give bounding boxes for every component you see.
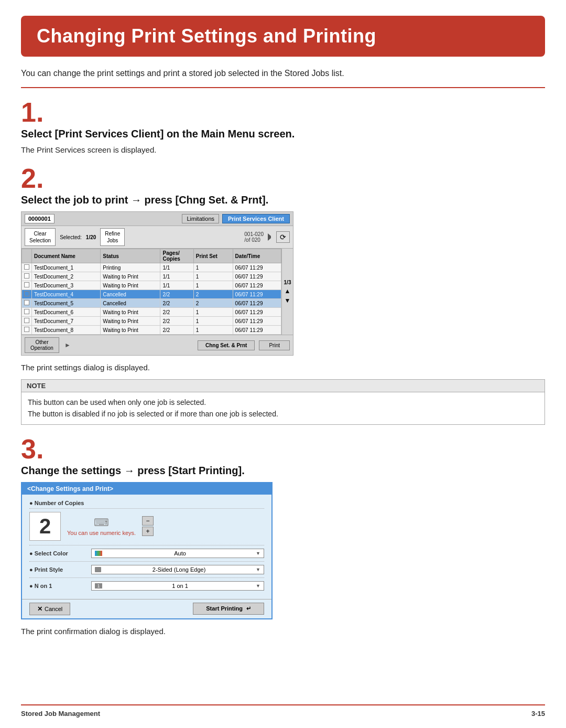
other-operation-button[interactable]: OtherOperation [25, 337, 59, 353]
dialog-title: <Change Settings and Print> [22, 483, 271, 495]
row-checkbox[interactable] [22, 281, 32, 290]
step-1-body: The Print Services screen is displayed. [21, 145, 545, 154]
select-color-dropdown[interactable]: Auto ▼ [91, 549, 264, 558]
col-pages: Pages/Copies [160, 249, 193, 263]
table-row[interactable]: TestDocument_6Waiting to Print2/2106/07 … [22, 308, 281, 317]
row-date: 06/07 11:29 [233, 290, 281, 299]
row-printset: 1 [193, 308, 233, 317]
psc-title: Print Services Client [222, 214, 290, 223]
row-date: 06/07 11:29 [233, 326, 281, 335]
clear-selection-button[interactable]: ClearSelection [25, 228, 56, 246]
table-row[interactable]: TestDocument_8Waiting to Print2/2106/07 … [22, 326, 281, 335]
checkbox-icon [24, 318, 29, 323]
scroll-down-arrow[interactable]: ▼ [285, 297, 291, 304]
step-1-number: 1. [21, 99, 545, 126]
n-on-1-icon: 1 [95, 583, 102, 588]
table-row[interactable]: TestDocument_7Waiting to Print2/2106/07 … [22, 317, 281, 326]
step-1-heading: Select [Print Services Client] on the Ma… [21, 128, 545, 140]
refine-jobs-button[interactable]: RefineJobs [100, 228, 125, 246]
row-status: Waiting to Print [101, 272, 160, 281]
row-name: TestDocument_8 [32, 326, 101, 335]
checkbox-icon [24, 309, 29, 314]
intro-text: You can change the print settings and pr… [21, 67, 545, 80]
dialog-body: ● Number of Copies 2 ⌨ You can use numer… [22, 495, 271, 599]
n-on-1-dropdown-arrow: ▼ [256, 583, 260, 588]
dialog-footer: ✕ Cancel Start Printing ↵ [22, 599, 271, 618]
step-2-body: The print settings dialog is displayed. [21, 363, 545, 372]
row-printset: 2 [193, 299, 233, 308]
chng-set-button[interactable]: Chng Set. & Prnt [198, 340, 255, 350]
table-row[interactable]: TestDocument_1Printing1/1106/07 11:29 [22, 263, 281, 272]
row-checkbox[interactable] [22, 290, 32, 299]
start-printing-button[interactable]: Start Printing ↵ [193, 603, 264, 615]
psc-id: 0000001 [25, 214, 55, 223]
step-2-section: 2. Select the job to print → press [Chng… [21, 165, 545, 425]
row-checkbox[interactable] [22, 308, 32, 317]
scroll-up-arrow[interactable]: ▲ [285, 287, 291, 295]
col-name: Document Name [32, 249, 101, 263]
step-1-section: 1. Select [Print Services Client] on the… [21, 99, 545, 154]
print-button[interactable]: Print [259, 340, 290, 350]
print-style-dropdown[interactable]: 2-Sided (Long Edge) ▼ [91, 565, 264, 574]
copies-value: 2 [29, 512, 61, 541]
step-2-number: 2. [21, 165, 545, 192]
row-checkbox[interactable] [22, 317, 32, 326]
select-color-label: ● Select Color [29, 550, 87, 556]
row-printset: 2 [193, 290, 233, 299]
next-page-arrow[interactable] [268, 233, 272, 241]
style-dropdown-arrow: ▼ [256, 567, 260, 572]
row-status: Printing [101, 263, 160, 272]
table-row[interactable]: TestDocument_5Cancelled2/2206/07 11:29 [22, 299, 281, 308]
page-range-info: 001-020/of 020 [244, 231, 264, 243]
row-pages: 1/1 [160, 263, 193, 272]
table-row[interactable]: TestDocument_3Waiting to Print1/1106/07 … [22, 281, 281, 290]
start-arrow-icon: ↵ [246, 605, 251, 612]
row-name: TestDocument_6 [32, 308, 101, 317]
n-on-1-value: 1 on 1 [172, 583, 188, 589]
step-3-section: 3. Change the settings → press [Start Pr… [21, 435, 545, 636]
row-checkbox[interactable] [22, 263, 32, 272]
row-pages: 2/2 [160, 326, 193, 335]
print-style-row: ● Print Style 2-Sided (Long Edge) ▼ [29, 561, 264, 577]
copies-hint-area: ⌨ You can use numeric keys. [67, 516, 136, 536]
copies-minus-button[interactable]: − [142, 516, 154, 526]
row-pages: 2/2 [160, 299, 193, 308]
print-style-value: 2-Sided (Long Edge) [153, 566, 206, 573]
psc-screenshot: 0000001 Limitations Print Services Clien… [21, 211, 293, 356]
col-date: Date/Time [233, 249, 281, 263]
select-color-value: Auto [174, 550, 186, 556]
row-date: 06/07 11:29 [233, 308, 281, 317]
checkbox-icon [24, 264, 29, 270]
row-status: Waiting to Print [101, 308, 160, 317]
row-checkbox[interactable] [22, 299, 32, 308]
row-status: Waiting to Print [101, 317, 160, 326]
cancel-button[interactable]: ✕ Cancel [29, 603, 70, 615]
psc-toolbar: ClearSelection Selected: 1/20 RefineJobs… [21, 226, 293, 249]
table-row[interactable]: TestDocument_4Cancelled2/2206/07 11:29 [22, 290, 281, 299]
step-2-heading: Select the job to print → press [Chng Se… [21, 194, 545, 206]
section-divider [21, 87, 545, 88]
jobs-table: Document Name Status Pages/Copies Print … [21, 249, 281, 335]
refresh-button[interactable]: ⟳ [276, 231, 290, 243]
col-checkbox [22, 249, 32, 263]
row-printset: 1 [193, 263, 233, 272]
col-printset: Print Set [193, 249, 233, 263]
n-on-1-dropdown[interactable]: 1 1 on 1 ▼ [91, 581, 264, 591]
row-name: TestDocument_3 [32, 281, 101, 290]
row-printset: 1 [193, 326, 233, 335]
note-label: NOTE [21, 380, 545, 392]
row-checkbox[interactable] [22, 326, 32, 335]
n-on-1-row: ● N on 1 1 1 on 1 ▼ [29, 577, 264, 594]
selected-label: Selected: [60, 234, 82, 240]
limitations-button[interactable]: Limitations [182, 214, 219, 223]
checkbox-icon [24, 273, 29, 279]
row-checkbox[interactable] [22, 272, 32, 281]
numeric-keys-icon: ⌨ [94, 516, 109, 529]
copies-section-header: ● Number of Copies [29, 500, 264, 509]
col-status: Status [101, 249, 160, 263]
table-row[interactable]: TestDocument_2Waiting to Print1/1106/07 … [22, 272, 281, 281]
copies-plus-button[interactable]: + [142, 527, 154, 536]
row-printset: 1 [193, 272, 233, 281]
page-footer: Stored Job Management 3-15 [21, 704, 545, 718]
row-date: 06/07 11:29 [233, 317, 281, 326]
